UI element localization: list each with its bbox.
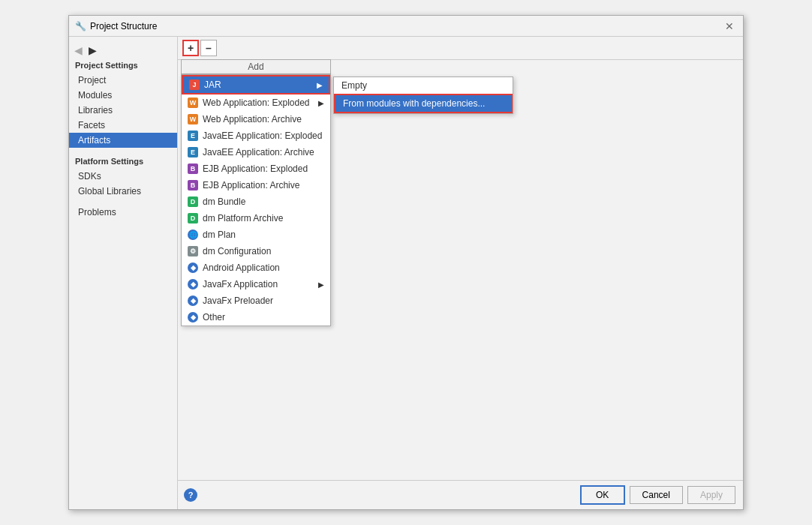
bottom-bar: ? OK Cancel Apply [178,480,743,509]
toolbar: + – Add J JAR ▶ Em [178,37,743,60]
sidebar-item-libraries[interactable]: Libraries [69,103,177,118]
dropdown-item-ejb-exploded[interactable]: B EJB Application: Exploded [182,160,330,177]
add-menu-header: Add [181,59,331,74]
add-dropdown: Add J JAR ▶ Empty [181,59,331,326]
dropdown-item-web-archive[interactable]: W Web Application: Archive [182,111,330,128]
sidebar-item-facets[interactable]: Facets [69,118,177,133]
sidebar-divider [69,148,177,154]
jar-submenu-arrow: ▶ [317,81,323,89]
dropdown-item-javafx-preloader[interactable]: ◆ JavaFx Preloader [182,292,330,309]
sidebar-item-artifacts[interactable]: Artifacts [69,133,177,148]
dropdown-item-android[interactable]: ◆ Android Application [182,260,330,276]
apply-button[interactable]: Apply [687,486,735,504]
window-icon: 🔧 [75,21,86,32]
nav-arrows: ◀ ▶ [69,43,177,58]
remove-button[interactable]: – [200,40,217,56]
sidebar-item-project[interactable]: Project [69,73,177,88]
dropdown-item-other[interactable]: ◆ Other [182,309,330,326]
back-arrow[interactable]: ◀ [72,44,85,56]
web-archive-icon: W [188,114,198,124]
dropdown-item-jar[interactable]: J JAR ▶ Empty From modules with dependen… [182,75,330,94]
sidebar-item-modules[interactable]: Modules [69,88,177,103]
dropdown-item-dm-plan[interactable]: 🌐 dm Plan [182,226,330,243]
dropdown-menu: J JAR ▶ Empty From modules with dependen… [181,74,331,326]
submenu-item-empty[interactable]: Empty [334,77,513,94]
sidebar: ◀ ▶ Project Settings Project Modules Lib… [69,37,178,509]
android-icon: ◆ [188,262,198,273]
submenu-item-from-modules[interactable]: From modules with dependencies... [334,94,513,113]
dropdown-item-dm-platform-archive[interactable]: D dm Platform Archive [182,210,330,226]
window-title: Project Structure [90,21,157,32]
javafx-app-icon: ◆ [188,279,198,290]
web-exploded-arrow: ▶ [318,99,324,107]
platform-settings-label: Platform Settings [69,154,177,169]
window-body: ◀ ▶ Project Settings Project Modules Lib… [69,37,743,509]
forward-arrow[interactable]: ▶ [86,44,99,56]
ejb-archive-icon: B [188,180,198,190]
javafx-preloader-icon: ◆ [188,296,198,306]
title-bar-left: 🔧 Project Structure [75,21,157,32]
javaee-exploded-icon: E [188,130,198,141]
project-settings-label: Project Settings [69,58,177,73]
main-content: + – Add J JAR ▶ Em [178,37,743,509]
dropdown-item-javafx-app[interactable]: ◆ JavaFx Application ▶ [182,276,330,292]
dm-config-icon: ⚙ [188,246,198,256]
dm-plan-icon: 🌐 [188,230,198,240]
dropdown-item-ejb-archive[interactable]: B EJB Application: Archive [182,177,330,194]
dropdown-item-javaee-archive[interactable]: E JavaEE Application: Archive [182,144,330,160]
jar-label: JAR [204,80,221,90]
jar-submenu: Empty From modules with dependencies... [333,76,513,114]
sidebar-item-sdks[interactable]: SDKs [69,169,177,184]
dropdown-item-javaee-exploded[interactable]: E JavaEE Application: Exploded [182,128,330,144]
dropdown-item-dm-config[interactable]: ⚙ dm Configuration [182,243,330,260]
add-button[interactable]: + [182,40,199,56]
javaee-archive-icon: E [188,147,198,158]
ok-button[interactable]: OK [580,485,625,505]
dropdown-item-web-exploded[interactable]: W Web Application: Exploded ▶ [182,94,330,111]
dm-platform-icon: D [188,213,198,224]
jar-icon: J [189,80,200,90]
sidebar-item-problems[interactable]: Problems [69,205,177,220]
dm-bundle-icon: D [188,196,198,207]
sidebar-item-global-libraries[interactable]: Global Libraries [69,184,177,199]
project-structure-window: 🔧 Project Structure ✕ ◀ ▶ Project Settin… [68,15,744,510]
title-bar: 🔧 Project Structure ✕ [69,16,743,37]
ejb-exploded-icon: B [188,164,198,174]
dropdown-item-dm-bundle[interactable]: D dm Bundle [182,194,330,210]
web-exploded-icon: W [188,98,198,108]
cancel-button[interactable]: Cancel [630,486,683,504]
close-button[interactable]: ✕ [722,19,737,34]
other-icon: ◆ [188,312,198,322]
javafx-app-arrow: ▶ [318,280,324,289]
sidebar-divider2 [69,199,177,205]
help-button[interactable]: ? [184,488,197,502]
